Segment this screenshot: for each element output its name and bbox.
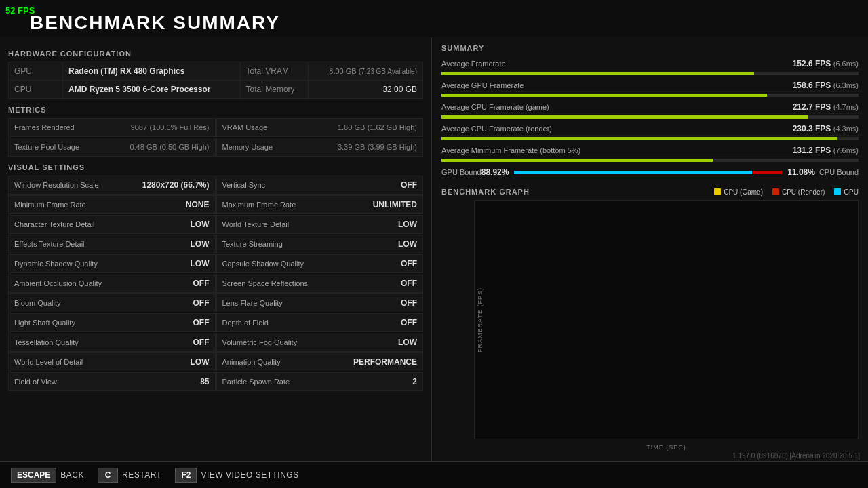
svg-point-197 (816, 228, 818, 230)
svg-point-493 (665, 248, 667, 250)
svg-point-352 (533, 232, 535, 234)
svg-point-407 (751, 260, 753, 262)
legend-item: CPU (Render) (772, 188, 825, 196)
svg-point-462 (740, 235, 742, 237)
svg-point-205 (781, 229, 783, 231)
svg-point-124 (597, 279, 599, 281)
svg-point-359 (724, 249, 726, 251)
svg-point-371 (599, 260, 601, 262)
svg-text:20: 20 (614, 424, 620, 430)
svg-point-488 (593, 249, 595, 251)
svg-point-410 (755, 232, 757, 234)
svg-point-480 (660, 235, 662, 237)
cpu-bar-fill (752, 171, 782, 174)
svg-point-494 (654, 248, 656, 250)
svg-point-130 (772, 235, 774, 237)
svg-text:60: 60 (491, 340, 498, 346)
svg-point-496 (731, 207, 733, 209)
svg-point-95 (580, 232, 583, 234)
key-label: RESTART (122, 470, 161, 480)
svg-point-98 (773, 218, 775, 220)
svg-point-402 (509, 218, 511, 220)
svg-point-102 (841, 213, 843, 215)
svg-point-393 (753, 293, 755, 295)
svg-point-473 (636, 261, 638, 263)
svg-point-149 (850, 233, 852, 235)
vs-row-left: World Level of DetailLOW (8, 352, 216, 371)
svg-point-147 (757, 215, 759, 217)
vs-row-left: Bloom QualityOFF (8, 293, 216, 312)
svg-point-164 (807, 218, 809, 220)
svg-point-274 (715, 224, 717, 226)
svg-point-483 (785, 228, 787, 230)
svg-point-463 (823, 241, 825, 243)
svg-point-347 (603, 251, 605, 253)
summary-row-item: Average Minimum Framerate (bottom 5%) 13… (441, 143, 859, 162)
svg-point-115 (553, 211, 555, 214)
bottom-action[interactable]: F2VIEW VIDEO SETTINGS (175, 468, 298, 483)
svg-point-423 (560, 258, 562, 260)
svg-point-308 (724, 209, 726, 211)
svg-point-277 (602, 224, 604, 226)
svg-text:90: 90 (491, 301, 498, 308)
svg-point-183 (663, 207, 665, 209)
svg-point-222 (592, 214, 594, 216)
svg-point-86 (598, 216, 600, 218)
gpu-bound-row: GPU Bound 88.92% 11.08% CPU Bound (441, 165, 859, 178)
svg-point-135 (709, 284, 711, 286)
svg-point-336 (845, 288, 847, 290)
svg-point-510 (542, 253, 544, 256)
svg-point-507 (583, 238, 585, 240)
svg-point-366 (542, 219, 544, 221)
svg-point-322 (541, 228, 543, 230)
key-button[interactable]: F2 (175, 468, 197, 483)
svg-point-490 (698, 221, 700, 223)
svg-point-467 (709, 214, 711, 216)
svg-point-83 (814, 211, 816, 214)
key-button[interactable]: C (98, 468, 118, 483)
svg-point-434 (687, 230, 689, 232)
svg-point-458 (698, 243, 701, 245)
svg-point-162 (826, 218, 828, 220)
svg-text:120: 120 (488, 262, 498, 269)
bottom-action[interactable]: CRESTART (98, 468, 161, 483)
svg-point-262 (679, 228, 681, 230)
svg-point-394 (718, 216, 720, 218)
svg-point-28 (718, 224, 720, 226)
svg-point-34 (539, 230, 541, 232)
svg-point-419 (576, 251, 578, 253)
bottom-action[interactable]: ESCAPEBACK (11, 468, 84, 483)
page-title: BENCHMARK SUMMARY (30, 12, 280, 34)
key-label: VIEW VIDEO SETTINGS (201, 470, 298, 480)
svg-point-29 (740, 230, 742, 232)
svg-point-316 (656, 207, 658, 209)
svg-point-420 (802, 249, 804, 251)
svg-text:30: 30 (491, 378, 498, 385)
svg-point-485 (597, 238, 599, 240)
svg-point-140 (513, 222, 515, 224)
summary-title: SUMMARY (441, 44, 859, 52)
svg-point-454 (568, 251, 570, 253)
svg-point-61 (635, 214, 637, 216)
svg-point-449 (809, 255, 811, 257)
svg-point-157 (526, 214, 528, 216)
svg-point-136 (653, 218, 655, 220)
svg-point-405 (844, 219, 846, 221)
svg-point-282 (703, 207, 705, 209)
svg-point-312 (722, 212, 724, 214)
svg-point-146 (719, 236, 722, 238)
key-button[interactable]: ESCAPE (11, 468, 56, 483)
svg-point-44 (574, 237, 576, 239)
svg-point-104 (539, 236, 541, 238)
svg-point-252 (671, 218, 673, 220)
svg-point-450 (682, 211, 684, 213)
svg-point-225 (701, 224, 703, 226)
svg-point-444 (627, 263, 629, 265)
cpu-bound-label: CPU Bound (819, 168, 859, 176)
svg-point-238 (637, 209, 639, 211)
cpu-value: AMD Ryzen 5 3500 6-Core Processor (63, 81, 241, 99)
svg-point-172 (741, 222, 743, 224)
svg-point-387 (631, 216, 633, 218)
svg-point-374 (528, 248, 530, 250)
svg-point-433 (783, 260, 785, 262)
